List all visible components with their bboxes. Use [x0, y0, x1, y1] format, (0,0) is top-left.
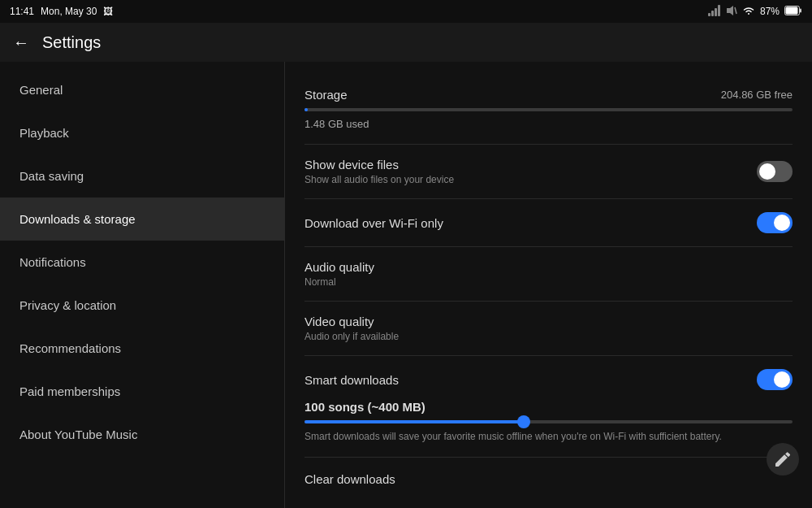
sidebar-label-notifications: Notifications [19, 255, 86, 269]
app-header: ← Settings [0, 23, 812, 62]
sidebar-label-paid-memberships: Paid memberships [19, 384, 120, 398]
video-quality-row[interactable]: Video quality Audio only if available [304, 302, 793, 355]
storage-free: 204.86 GB free [721, 89, 793, 101]
storage-used: 1.48 GB used [304, 118, 369, 130]
sidebar-label-about: About YouTube Music [19, 428, 137, 441]
status-left: 11:41 Mon, May 30 🖼 [10, 6, 113, 17]
sidebar-item-general[interactable]: General [0, 68, 284, 111]
status-bar: 11:41 Mon, May 30 🖼 87% [0, 0, 812, 23]
sidebar-item-playback[interactable]: Playback [0, 111, 284, 154]
svg-rect-0 [708, 13, 710, 16]
audio-quality-row[interactable]: Audio quality Normal [304, 247, 793, 301]
storage-header: Storage 204.86 GB free [304, 88, 793, 102]
sidebar-label-privacy-location: Privacy & location [19, 298, 116, 312]
sidebar-label-downloads-storage: Downloads & storage [19, 212, 136, 226]
toggle-thumb-wifi [774, 215, 790, 231]
storage-title: Storage [304, 88, 348, 102]
photo-icon: 🖼 [103, 6, 113, 17]
sidebar-item-privacy-location[interactable]: Privacy & location [0, 284, 284, 327]
video-quality-value: Audio only if available [304, 331, 793, 342]
battery-percent: 87% [760, 6, 780, 17]
download-wifi-toggle[interactable] [757, 212, 793, 233]
storage-section: Storage 204.86 GB free 1.48 GB used [304, 75, 793, 144]
clear-downloads-label: Clear downloads [304, 472, 395, 486]
main-content: General Playback Data saving Downloads &… [0, 62, 812, 508]
storage-bar-fill [304, 108, 308, 111]
download-wifi-row: Download over Wi-Fi only [304, 199, 793, 246]
toggle-thumb-smart [774, 371, 790, 388]
toggle-thumb-device-files [759, 163, 775, 180]
sidebar-item-notifications[interactable]: Notifications [0, 241, 284, 284]
content-area: Storage 204.86 GB free 1.48 GB used Show… [285, 62, 812, 508]
back-button[interactable]: ← [13, 33, 29, 52]
smart-downloads-label: Smart downloads [304, 373, 399, 387]
show-device-files-text: Show device files Show all audio files o… [304, 158, 454, 185]
sidebar-item-downloads-storage[interactable]: Downloads & storage [0, 198, 284, 241]
edit-fab[interactable] [767, 443, 799, 475]
svg-rect-3 [718, 5, 720, 16]
svg-marker-4 [727, 6, 733, 15]
video-quality-label: Video quality [304, 315, 793, 328]
time-display: 11:41 [10, 6, 34, 17]
smart-downloads-slider[interactable] [304, 420, 793, 423]
storage-bar-track [304, 108, 793, 111]
sidebar-label-recommendations: Recommendations [19, 341, 121, 355]
svg-rect-8 [800, 8, 801, 12]
show-device-files-inner: Show device files Show all audio files o… [304, 158, 793, 185]
download-wifi-inner: Download over Wi-Fi only [304, 212, 793, 233]
sidebar-item-data-saving[interactable]: Data saving [0, 154, 284, 198]
slider-fill [304, 420, 524, 423]
show-device-files-row: Show device files Show all audio files o… [304, 145, 793, 198]
show-device-files-sub: Show all audio files on your device [304, 174, 454, 185]
show-device-files-toggle[interactable] [757, 161, 793, 182]
sidebar-label-general: General [19, 83, 63, 97]
wifi-icon [742, 5, 755, 19]
sidebar-item-recommendations[interactable]: Recommendations [0, 327, 284, 370]
slider-track [304, 420, 793, 423]
status-right: 87% [708, 5, 802, 19]
smart-downloads-row: Smart downloads 100 songs (~400 MB) Smar… [304, 356, 793, 457]
mute-icon [726, 5, 737, 19]
page-title: Settings [42, 33, 101, 52]
sidebar-label-playback: Playback [19, 126, 69, 140]
smart-downloads-inner: Smart downloads [304, 369, 793, 390]
date-display: Mon, May 30 [41, 6, 97, 17]
svg-line-5 [735, 7, 736, 14]
battery-icon [784, 6, 802, 18]
songs-count: 100 songs (~400 MB) [304, 400, 793, 414]
download-wifi-label: Download over Wi-Fi only [304, 216, 443, 230]
clear-downloads-row[interactable]: Clear downloads [304, 458, 793, 501]
svg-rect-1 [711, 11, 714, 16]
slider-thumb [517, 415, 530, 428]
sidebar-item-paid-memberships[interactable]: Paid memberships [0, 370, 284, 413]
svg-rect-7 [786, 7, 798, 14]
smart-downloads-description: Smart downloads will save your favorite … [304, 430, 793, 444]
signal-icon [708, 5, 721, 19]
sidebar-item-about[interactable]: About YouTube Music [0, 413, 284, 456]
audio-quality-value: Normal [304, 276, 793, 288]
svg-rect-2 [715, 8, 717, 16]
sidebar-label-data-saving: Data saving [19, 169, 84, 183]
sidebar: General Playback Data saving Downloads &… [0, 62, 284, 508]
smart-downloads-toggle[interactable] [757, 369, 793, 390]
audio-quality-label: Audio quality [304, 260, 793, 274]
show-device-files-label: Show device files [304, 158, 454, 172]
